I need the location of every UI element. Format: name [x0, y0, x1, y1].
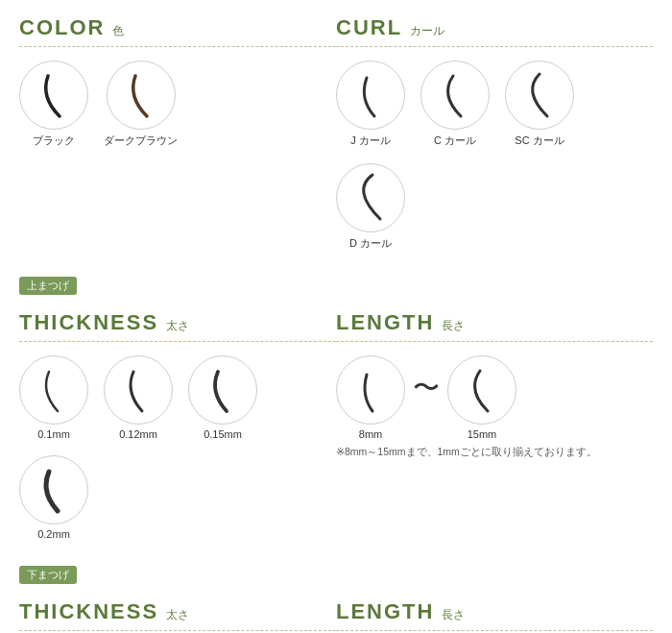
- top-section: COLOR 色 ブラック ダークブラウン: [19, 15, 653, 258]
- upper-lash-section: THICKNESS 太さ 0.1mm 0.12mm: [19, 310, 653, 548]
- color-circle-darkbrown: [107, 61, 176, 130]
- upper-thickness-015: 0.15mm: [188, 355, 257, 440]
- curl-label-sc: SC カール: [515, 134, 564, 148]
- color-section: COLOR 色 ブラック ダークブラウン: [19, 15, 336, 258]
- lower-length-section: LENGTH 長さ 5mm 〜 7mm: [336, 599, 653, 633]
- curl-title-ja: カール: [410, 23, 444, 39]
- upper-thickness-02: 0.2mm: [19, 455, 88, 540]
- upper-thickness-circle-012: [104, 355, 173, 425]
- upper-length-header: LENGTH 長さ: [336, 310, 653, 335]
- lower-thickness-title-ja: 太さ: [166, 607, 189, 623]
- upper-thickness-header: THICKNESS 太さ: [19, 310, 336, 335]
- upper-length-max: 15mm: [447, 355, 516, 440]
- curl-label-j: J カール: [350, 134, 391, 148]
- color-label-black: ブラック: [33, 134, 75, 148]
- upper-length-max-label: 15mm: [468, 428, 497, 440]
- lower-length-title-en: LENGTH: [336, 599, 434, 624]
- curl-circle-sc: [505, 61, 574, 130]
- curl-label-d: D カール: [349, 236, 392, 251]
- upper-thickness-01: 0.1mm: [19, 355, 88, 440]
- upper-thickness-label-02: 0.2mm: [37, 528, 70, 540]
- curl-item-d: D カール: [336, 163, 405, 251]
- color-label-darkbrown: ダークブラウン: [104, 134, 178, 148]
- lower-length-title-ja: 長さ: [442, 607, 465, 623]
- curl-item-sc: SC カール: [505, 61, 574, 148]
- upper-thickness-items: 0.1mm 0.12mm 0.15mm: [19, 355, 336, 540]
- color-item-darkbrown: ダークブラウン: [104, 61, 178, 148]
- upper-length-note: ※8mm～15mmまで、1mmごとに取り揃えております。: [336, 446, 653, 459]
- lower-lash-section: THICKNESS 太さ 0.1mm 0.12mm: [19, 599, 653, 633]
- upper-thickness-012: 0.12mm: [104, 355, 173, 440]
- curl-item-c: C カール: [420, 61, 490, 148]
- curl-title-en: CURL: [336, 15, 402, 40]
- lower-lash-separator: 下まつげ: [19, 565, 653, 590]
- upper-length-min: 8mm: [336, 355, 405, 440]
- lower-lash-badge: 下まつげ: [19, 566, 77, 584]
- upper-length-min-label: 8mm: [359, 428, 382, 440]
- upper-thickness-circle-015: [188, 355, 257, 425]
- curl-header: CURL カール: [336, 15, 653, 40]
- upper-lash-badge: 上まつげ: [19, 277, 77, 295]
- upper-length-circle-max: [447, 355, 516, 425]
- upper-thickness-label-01: 0.1mm: [37, 428, 70, 440]
- curl-items: J カール C カール SC カール: [336, 61, 653, 251]
- upper-length-row: 8mm 〜 15mm: [336, 355, 653, 440]
- upper-thickness-title-ja: 太さ: [166, 318, 189, 334]
- curl-item-j: J カール: [336, 61, 405, 148]
- curl-section: CURL カール J カール C カール: [336, 15, 653, 258]
- curl-label-c: C カール: [434, 134, 476, 148]
- lower-thickness-title-en: THICKNESS: [19, 599, 158, 624]
- upper-length-title-en: LENGTH: [336, 310, 434, 335]
- upper-thickness-circle-02: [19, 455, 88, 524]
- upper-thickness-section: THICKNESS 太さ 0.1mm 0.12mm: [19, 310, 336, 548]
- color-items: ブラック ダークブラウン: [19, 61, 336, 148]
- upper-thickness-label-015: 0.15mm: [204, 428, 242, 440]
- curl-circle-d: [336, 163, 405, 232]
- lower-thickness-section: THICKNESS 太さ 0.1mm 0.12mm: [19, 599, 336, 633]
- color-header: COLOR 色: [19, 15, 336, 40]
- color-title-en: COLOR: [19, 15, 105, 40]
- curl-circle-j: [336, 61, 405, 130]
- upper-thickness-title-en: THICKNESS: [19, 310, 158, 335]
- upper-length-section: LENGTH 長さ 8mm 〜 15mm: [336, 310, 653, 548]
- curl-circle-c: [420, 61, 490, 130]
- upper-length-title-ja: 長さ: [442, 318, 465, 334]
- upper-thickness-label-012: 0.12mm: [119, 428, 157, 440]
- upper-lash-separator: 上まつげ: [19, 276, 653, 301]
- lower-length-header: LENGTH 長さ: [336, 599, 653, 624]
- lower-thickness-header: THICKNESS 太さ: [19, 599, 336, 624]
- tilde-upper: 〜: [405, 370, 447, 406]
- upper-length-circle-min: [336, 355, 405, 425]
- color-title-ja: 色: [112, 23, 124, 39]
- color-item-black: ブラック: [19, 61, 88, 148]
- color-circle-black: [19, 61, 88, 130]
- upper-thickness-circle-01: [19, 355, 88, 425]
